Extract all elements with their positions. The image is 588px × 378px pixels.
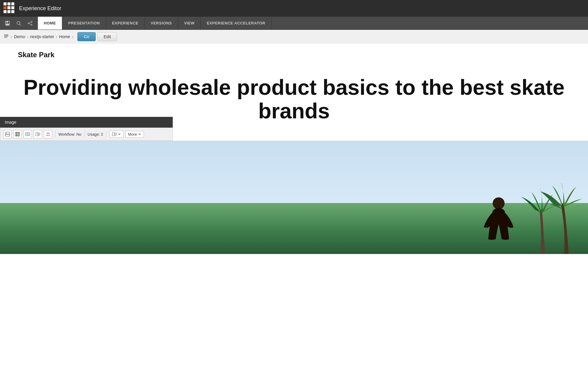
nav-tools bbox=[0, 17, 38, 30]
breadcrumb-sep-4: › bbox=[72, 34, 74, 39]
breadcrumb-sep-1: › bbox=[11, 34, 12, 39]
toolbar-usage: Usage: 2 bbox=[88, 132, 103, 137]
hero-text: Providing wholesale product basics to th… bbox=[0, 64, 588, 126]
share-button[interactable] bbox=[25, 19, 35, 27]
toolbar-more-dropdown[interactable]: More bbox=[125, 131, 144, 138]
svg-rect-1 bbox=[6, 21, 8, 23]
toolbar-icon-link[interactable] bbox=[34, 130, 42, 138]
svg-rect-23 bbox=[38, 133, 40, 135]
toolbar-sep-2 bbox=[84, 131, 85, 138]
save-button[interactable] bbox=[2, 19, 13, 27]
nav-tabs: HOME PRESENTATION EXPERIENCE VERSIONS VI… bbox=[38, 17, 272, 30]
image-component-header: Image bbox=[0, 117, 173, 128]
dropdown-arrow-icon bbox=[118, 133, 121, 136]
toolbar-icon-grid[interactable] bbox=[13, 130, 22, 138]
svg-line-9 bbox=[29, 24, 31, 24]
svg-point-25 bbox=[47, 133, 48, 134]
svg-rect-10 bbox=[4, 35, 8, 35]
top-bar: Experience Editor bbox=[0, 0, 588, 17]
image-component: Image bbox=[0, 117, 173, 141]
svg-point-5 bbox=[31, 21, 32, 22]
svg-rect-11 bbox=[4, 36, 8, 36]
toolbar-sep-3 bbox=[106, 131, 106, 138]
svg-rect-13 bbox=[5, 132, 10, 136]
svg-point-3 bbox=[17, 21, 20, 24]
svg-rect-16 bbox=[18, 132, 20, 134]
svg-point-14 bbox=[6, 133, 7, 134]
svg-rect-27 bbox=[112, 132, 115, 136]
toolbar-icon-image[interactable] bbox=[3, 130, 12, 138]
svg-line-8 bbox=[29, 22, 31, 23]
svg-rect-17 bbox=[15, 134, 17, 136]
breadcrumb-sep-2: › bbox=[27, 34, 28, 39]
svg-rect-2 bbox=[6, 24, 9, 25]
edit-button[interactable]: Edit bbox=[97, 32, 117, 41]
toolbar-sep-1 bbox=[55, 131, 55, 138]
main-content: Skate Park Providing wholesale product b… bbox=[0, 44, 588, 282]
breadcrumb-home[interactable]: Home bbox=[59, 34, 70, 39]
breadcrumb-demo[interactable]: Demo bbox=[14, 34, 25, 39]
svg-rect-18 bbox=[18, 134, 20, 136]
toolbar-more-label: More bbox=[128, 132, 137, 137]
toolbar-icon-people[interactable] bbox=[44, 130, 52, 138]
svg-point-6 bbox=[28, 23, 29, 24]
hero-image bbox=[0, 141, 588, 254]
tab-versions[interactable]: VERSIONS bbox=[145, 17, 178, 30]
breadcrumb-nextjs[interactable]: nextjs-starter bbox=[30, 34, 54, 39]
tab-view[interactable]: VIEW bbox=[178, 17, 201, 30]
go-button[interactable]: Go bbox=[77, 32, 96, 41]
hero-text-content: Providing wholesale product basics to th… bbox=[24, 75, 564, 123]
svg-line-4 bbox=[20, 24, 21, 25]
app-title: Experience Editor bbox=[19, 5, 61, 12]
svg-point-26 bbox=[48, 133, 50, 134]
svg-rect-12 bbox=[4, 37, 7, 38]
more-dropdown-arrow-icon bbox=[138, 133, 141, 136]
tab-experience-accelerator[interactable]: EXPERIENCE ACCELERATOR bbox=[201, 17, 271, 30]
tab-presentation[interactable]: PRESENTATION bbox=[62, 17, 106, 30]
toolbar-icon-photo[interactable] bbox=[24, 130, 32, 138]
image-component-label: Image bbox=[5, 120, 16, 125]
breadcrumb-bar: › Demo › nextjs-starter › Home › Go Edit bbox=[0, 30, 588, 44]
toolbar-item-dropdown[interactable] bbox=[109, 131, 124, 138]
svg-point-29 bbox=[493, 197, 505, 209]
tab-home[interactable]: HOME bbox=[38, 17, 62, 30]
svg-rect-28 bbox=[115, 133, 116, 135]
toolbar-workflow: Workflow: No bbox=[58, 132, 81, 137]
svg-point-7 bbox=[31, 24, 32, 25]
image-component-toolbar: Workflow: No Usage: 2 More bbox=[0, 128, 173, 141]
search-button[interactable] bbox=[14, 19, 24, 27]
tab-experience[interactable]: EXPERIENCE bbox=[106, 17, 145, 30]
person-silhouette bbox=[481, 194, 517, 254]
breadcrumb-home-icon bbox=[4, 33, 9, 40]
svg-rect-15 bbox=[15, 132, 17, 134]
svg-point-21 bbox=[27, 134, 28, 134]
breadcrumb-sep-3: › bbox=[56, 34, 57, 39]
nav-bar: HOME PRESENTATION EXPERIENCE VERSIONS VI… bbox=[0, 17, 588, 30]
site-title: Skate Park bbox=[0, 44, 588, 64]
app-logo bbox=[4, 2, 15, 14]
